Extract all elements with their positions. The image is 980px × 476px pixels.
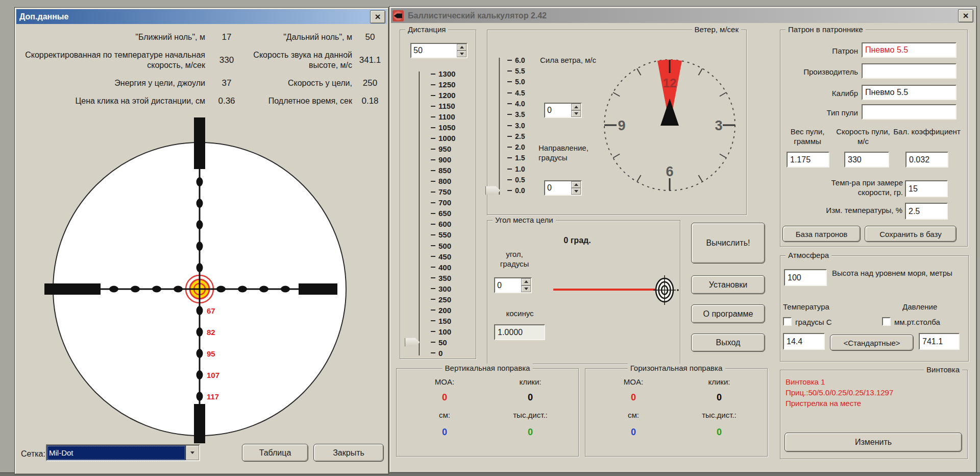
calc-titlebar[interactable]: Баллистический калькулятор 2.42 × <box>391 8 975 23</box>
close-icon[interactable]: × <box>958 9 973 22</box>
dop-window-title: Доп.данные <box>18 12 368 21</box>
tick-mark <box>431 234 435 235</box>
spinner-buttons[interactable] <box>457 44 467 57</box>
tick-mark <box>431 74 435 75</box>
temperature-input[interactable]: 14.4 <box>783 333 825 350</box>
tick-label: 5.0 <box>515 78 525 86</box>
bullet-speed-input[interactable]: 330 <box>844 152 889 168</box>
temp-at-measure-input[interactable]: 15 <box>905 180 948 197</box>
tick-label: 1150 <box>438 102 455 110</box>
cartridge-base-button[interactable]: База патронов <box>782 226 861 242</box>
tick-label: 0.0 <box>515 186 525 195</box>
rifle-zeroing-info: Пристрелка на месте <box>786 398 893 409</box>
angle-target-icon[interactable] <box>650 268 679 312</box>
pressure-label: Давление <box>902 302 937 312</box>
clock-6: 6 <box>666 164 673 179</box>
close-icon[interactable]: × <box>370 10 385 23</box>
temperature-label: Температура <box>783 302 829 312</box>
tick-label: 4.5 <box>515 89 525 97</box>
spinner-buttons[interactable] <box>571 104 581 117</box>
chevron-down-icon[interactable] <box>186 445 199 460</box>
bc-input[interactable]: 0.032 <box>905 152 948 168</box>
altitude-input[interactable]: 100 <box>784 269 827 286</box>
cm-label: см: <box>439 411 450 419</box>
exit-button[interactable]: Выход <box>691 334 765 352</box>
grid-selected-value: Mil-Dot <box>47 445 186 460</box>
close-button[interactable]: Закрыть <box>313 444 384 462</box>
bc-label: Бал. коэффициент <box>893 127 961 137</box>
bullet-type-input[interactable] <box>862 104 957 120</box>
wind-direction-value: 0 <box>545 181 571 195</box>
cartridge-name-input[interactable]: Пневмо 5.5 <box>862 42 957 58</box>
about-button[interactable]: О программе <box>691 304 765 323</box>
slider-tick: 900 <box>431 154 462 165</box>
distance-slider-track[interactable] <box>419 72 421 355</box>
angle-spinner[interactable]: 0 <box>494 277 532 293</box>
wind-force-spinner[interactable]: 0 <box>544 103 582 118</box>
rifle-edit-button[interactable]: Изменить <box>785 433 962 452</box>
save-to-base-button[interactable]: Сохранить в базу <box>865 226 957 242</box>
slider-tick: 1150 <box>431 101 462 111</box>
spin-down-icon <box>571 110 581 117</box>
tick-mark <box>507 70 512 72</box>
celsius-checkbox[interactable] <box>783 317 792 326</box>
clicks-value: 0 <box>717 392 722 403</box>
dop-titlebar[interactable]: Доп.данные × <box>16 9 387 24</box>
drop-distance-labels: 678295107117 <box>207 300 219 407</box>
dop-data-window: Доп.данные × "Ближний ноль", м 17 "Дальн… <box>14 7 389 474</box>
mil-label: тыс.дист.: <box>702 411 737 419</box>
mmhg-checkbox[interactable] <box>882 317 891 326</box>
tick-label: 1050 <box>438 123 455 132</box>
moa-value: 0 <box>631 392 636 403</box>
standard-values-button[interactable]: <Стандартные> <box>830 335 914 351</box>
tick-label: 100 <box>438 327 451 336</box>
slider-tick: 250 <box>431 294 462 305</box>
dop-client-area: "Ближний ноль", м 17 "Дальний ноль", м 5… <box>16 24 387 472</box>
angle-group-title: Угол места цели <box>493 216 556 224</box>
slider-tick: 5.5 <box>507 65 535 76</box>
tick-label: 850 <box>438 166 451 175</box>
temp-change-input[interactable]: 2.5 <box>905 203 948 220</box>
caliber-input[interactable]: Пневмо 5.5 <box>862 85 957 100</box>
tick-mark <box>507 157 512 158</box>
bullet-weight-label: Вес пули, граммы <box>783 127 832 147</box>
slider-tick: 950 <box>431 144 462 154</box>
tick-mark <box>431 149 435 150</box>
table-button[interactable]: Таблица <box>242 444 308 462</box>
tick-mark <box>431 320 435 321</box>
stat-value: 330 <box>207 55 246 65</box>
stat-label: Подлетное время, сек <box>246 96 354 106</box>
tick-mark <box>431 181 435 182</box>
pressure-input[interactable]: 741.1 <box>919 333 960 350</box>
calculate-button[interactable]: Вычислить! <box>691 223 765 264</box>
drop-label: 117 <box>207 386 219 407</box>
distance-spinner[interactable]: 50 <box>410 43 468 58</box>
spinner-buttons[interactable] <box>571 181 581 195</box>
cartridge-label: Патрон <box>784 46 858 56</box>
wind-slider-track[interactable] <box>499 58 501 195</box>
tick-label: 450 <box>438 252 451 261</box>
manufacturer-input[interactable] <box>862 63 957 79</box>
bullet-app-icon <box>393 10 404 21</box>
tick-mark <box>431 352 435 353</box>
desktop: Доп.данные × "Ближний ноль", м 17 "Дальн… <box>0 0 980 476</box>
tick-mark <box>507 179 512 180</box>
tick-mark <box>507 103 512 104</box>
clock-3: 3 <box>715 118 722 133</box>
reticle-grid-select[interactable]: Mil-Dot <box>46 444 200 461</box>
correction-group-title: Горизонтальная поправка <box>628 364 725 372</box>
calc-client-area: Дистанция 50 1300 1250 1200 <box>391 23 975 471</box>
slider-tick: 1100 <box>431 111 462 122</box>
rifle-group: Винтовка Винтовка 1 Приц.:50/5.0/0.25/0.… <box>780 370 968 459</box>
spinner-buttons[interactable] <box>521 278 531 292</box>
wind-direction-clock[interactable]: 12 3 6 9 <box>600 56 739 195</box>
settings-button[interactable]: Установки <box>691 275 765 294</box>
cm-value: 0 <box>442 427 447 438</box>
wind-direction-spinner[interactable]: 0 <box>544 180 582 196</box>
clicks-label: клики: <box>708 377 730 386</box>
cartridge-group-title: Патрон в патроннике <box>786 25 866 34</box>
tick-mark <box>431 256 435 257</box>
bullet-weight-input[interactable]: 1.175 <box>787 152 829 168</box>
tick-mark <box>431 277 435 278</box>
mil-value: 0 <box>528 427 533 438</box>
